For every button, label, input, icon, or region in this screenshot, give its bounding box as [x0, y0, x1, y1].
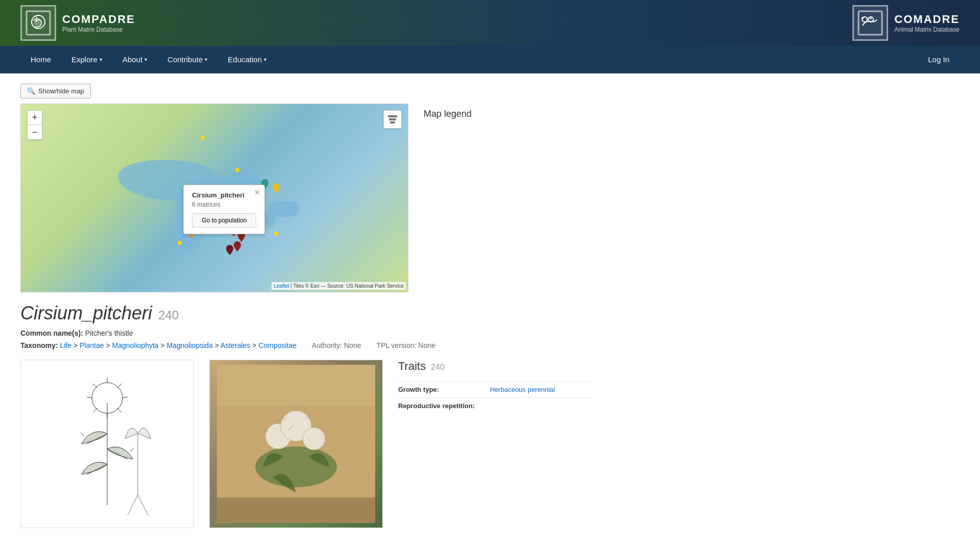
trait-row-growth: Growth type: Herbaceous perennial	[398, 381, 592, 397]
map-container[interactable]: ✕ Cirsium_pitcheri 6 matrices Go to popu…	[20, 104, 408, 292]
drawing-placeholder	[21, 360, 193, 528]
education-dropdown-arrow: ▾	[264, 57, 266, 62]
red-marker-3[interactable]	[234, 241, 241, 252]
yellow-marker[interactable]	[273, 183, 280, 193]
taxonomy-magnoliophyta[interactable]: Magnoliophyta	[112, 341, 159, 349]
login-link[interactable]: Log In	[918, 46, 960, 73]
nav-education[interactable]: Education ▾	[217, 46, 277, 73]
lake-ontario	[268, 202, 299, 217]
svg-point-23	[255, 446, 337, 487]
common-names-value: Pitcher's thistle	[85, 329, 133, 337]
about-dropdown-arrow: ▾	[144, 57, 147, 62]
popup-title: Cirsium_pitcheri	[192, 191, 256, 199]
comadre-logo[interactable]: COMADRE Animal Matrix Database	[852, 5, 960, 41]
traits-title: Traits	[398, 360, 426, 373]
taxonomy-label: Taxonomy:	[20, 341, 58, 349]
trait-reproductive-label: Reproductive repetition:	[398, 402, 490, 410]
map-legend: Map legend	[424, 104, 960, 292]
traits-count: 240	[431, 363, 445, 372]
yellow-dot-3	[178, 241, 182, 245]
svg-line-21	[138, 495, 148, 515]
map-toggle-icon: 🔍	[27, 87, 35, 95]
go-to-population-button[interactable]: Go to population	[192, 213, 256, 228]
yellow-dot-1	[201, 136, 205, 140]
tpl-text: TPL version: None	[377, 341, 435, 349]
show-hide-map-button[interactable]: 🔍 Show/hide map	[20, 84, 91, 98]
nav-about[interactable]: About ▾	[112, 46, 157, 73]
taxonomy-sep-1: >	[74, 341, 80, 349]
species-drawing	[20, 360, 194, 528]
svg-line-8	[122, 397, 128, 398]
authority-value: None	[344, 341, 361, 349]
attribution-text: | Tiles © Esri — Source: US National Par…	[290, 283, 404, 289]
map-section: ✕ Cirsium_pitcheri 6 matrices Go to popu…	[20, 104, 960, 292]
contribute-dropdown-arrow: ▾	[205, 57, 207, 62]
explore-dropdown-arrow: ▾	[100, 57, 102, 62]
taxonomy-life[interactable]: Life	[60, 341, 72, 349]
taxonomy-plantae[interactable]: Plantae	[80, 341, 104, 349]
authority-label: Authority:	[312, 341, 342, 349]
nav-explore[interactable]: Explore ▾	[61, 46, 112, 73]
bottom-section: Traits 240 Growth type: Herbaceous peren…	[20, 360, 960, 528]
traits-header: Traits 240	[398, 360, 592, 373]
map-attribution: Leaflet | Tiles © Esri — Source: US Nati…	[272, 282, 406, 290]
leaflet-link[interactable]: Leaflet	[274, 283, 289, 289]
tpl-value: None	[419, 341, 435, 349]
svg-rect-1	[859, 11, 882, 35]
svg-line-17	[81, 433, 84, 436]
nav-items: Home Explore ▾ About ▾ Contribute ▾ Educ…	[20, 46, 277, 73]
popup-matrices: 6 matrices	[192, 201, 256, 208]
yellow-dot-2	[235, 168, 239, 172]
svg-line-18	[130, 448, 134, 452]
comadre-logo-icon	[852, 5, 888, 41]
svg-line-13	[93, 384, 97, 388]
compadre-logo-icon	[20, 5, 56, 41]
common-names-label: Common name(s):	[20, 329, 83, 337]
layer-icon	[387, 114, 398, 125]
map-popup: ✕ Cirsium_pitcheri 6 matrices Go to popu…	[183, 185, 265, 234]
authority-text: Authority: None	[312, 341, 361, 349]
tpl-label: TPL version:	[377, 341, 416, 349]
yellow-dot-4	[274, 232, 278, 236]
nav-home[interactable]: Home	[20, 46, 61, 73]
traits-section: Traits 240 Growth type: Herbaceous peren…	[398, 360, 592, 528]
species-name: Cirsium_pitcheri	[20, 303, 152, 324]
taxonomy-magnoliopsida[interactable]: Magnoliopsida	[167, 341, 213, 349]
taxonomy-sep-2: >	[106, 341, 112, 349]
zoom-in-button[interactable]: +	[28, 111, 42, 125]
species-count: 240	[158, 308, 179, 322]
species-photo	[209, 360, 383, 528]
taxonomy-asterales[interactable]: Asterales	[220, 341, 250, 349]
map-zoom-controls: + −	[27, 110, 42, 140]
trait-growth-value: Herbaceous perennial	[490, 386, 592, 393]
trait-row-reproductive: Reproductive repetition:	[398, 397, 592, 414]
site-header: COMPADRE Plant Matrix Database COMADRE A…	[0, 0, 980, 46]
nav-contribute[interactable]: Contribute ▾	[157, 46, 217, 73]
comadre-logo-text: COMADRE Animal Matrix Database	[894, 13, 960, 33]
svg-line-9	[117, 408, 121, 412]
compadre-logo-text: COMPADRE Plant Matrix Database	[62, 13, 135, 33]
compadre-logo[interactable]: COMPADRE Plant Matrix Database	[20, 5, 135, 41]
svg-rect-33	[217, 365, 375, 406]
taxonomy-sep-3: >	[160, 341, 166, 349]
trait-growth-label: Growth type:	[398, 386, 490, 393]
svg-line-20	[128, 495, 138, 515]
taxonomy-row: Taxonomy: Life > Plantae > Magnoliophyta…	[20, 341, 960, 349]
taxonomy-sep-5: >	[252, 341, 258, 349]
map-legend-title: Map legend	[424, 109, 960, 119]
svg-point-26	[303, 428, 325, 450]
zoom-out-button[interactable]: −	[28, 125, 42, 139]
layer-control[interactable]	[383, 110, 402, 129]
common-name-row: Common name(s): Pitcher's thistle	[20, 329, 960, 337]
taxonomy-sep-4: >	[215, 341, 220, 349]
svg-rect-34	[217, 497, 375, 523]
popup-close-button[interactable]: ✕	[254, 188, 260, 196]
svg-line-12	[87, 397, 92, 398]
photo-placeholder	[210, 360, 382, 528]
main-nav: Home Explore ▾ About ▾ Contribute ▾ Educ…	[0, 46, 980, 73]
svg-line-11	[93, 408, 97, 412]
taxonomy-compositae[interactable]: Compositae	[258, 341, 297, 349]
main-content: 🔍 Show/hide map	[0, 73, 980, 538]
trait-reproductive-value	[490, 402, 592, 410]
dark-red-marker[interactable]	[226, 245, 233, 255]
